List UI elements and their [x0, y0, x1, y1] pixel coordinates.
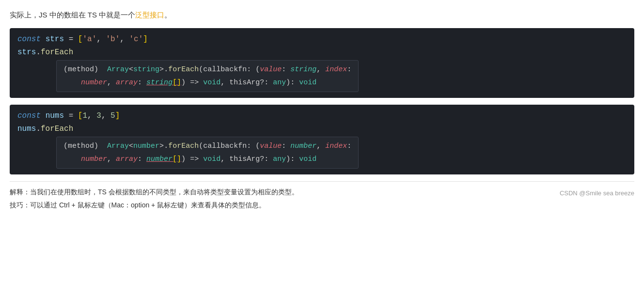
code-block-nums: const nums = [1, 3, 5] nums.forEach (met…	[10, 105, 634, 174]
tooltip-nums: (method) Array<number>.forEach(callbackf…	[56, 137, 359, 169]
var-nums: nums	[46, 111, 64, 120]
footer-line2: 技巧：可以通过 Ctrl + 鼠标左键（Mac：option + 鼠标左键）来查…	[10, 199, 634, 212]
var-strs: strs	[46, 35, 64, 44]
intro-paragraph: 实际上，JS 中的数组在 TS 中就是一个泛型接口。	[10, 9, 634, 21]
generic-interface-link[interactable]: 泛型接口	[135, 11, 164, 19]
tooltip-strs-line2: number, array: string[]) => void, thisAr…	[63, 76, 351, 89]
divider-1	[10, 181, 634, 182]
tooltip-strs: (method) Array<string>.forEach(callbackf…	[56, 60, 359, 92]
tooltip-strs-line1: (method) Array<string>.forEach(callbackf…	[63, 63, 351, 76]
code-line-strs-1: const strs = ['a', 'b', 'c']	[17, 33, 627, 46]
keyword-const: const	[17, 35, 41, 44]
code-line-strs-2: strs.forEach	[17, 46, 627, 59]
code-block-strs: const strs = ['a', 'b', 'c'] strs.forEac…	[10, 28, 634, 98]
intro-text-before: 实际上，JS 中的数组在 TS 中就是一个	[10, 11, 135, 19]
code-line-nums-1: const nums = [1, 3, 5]	[17, 110, 627, 123]
code-line-nums-2: nums.forEach	[17, 123, 627, 136]
keyword-const-2: const	[17, 111, 41, 120]
tooltip-nums-line2: number, array: number[]) => void, thisAr…	[63, 153, 351, 166]
footer-line1: 解释：当我们在使用数组时，TS 会根据数组的不同类型，来自动将类型变量设置为相应…	[10, 186, 634, 199]
intro-text-after: 。	[164, 11, 172, 19]
tooltip-nums-line1: (method) Array<number>.forEach(callbackf…	[63, 140, 351, 153]
footer-section: CSDN @Smile sea breeze 解释：当我们在使用数组时，TS 会…	[10, 186, 634, 211]
footer-brand: CSDN @Smile sea breeze	[560, 188, 634, 200]
